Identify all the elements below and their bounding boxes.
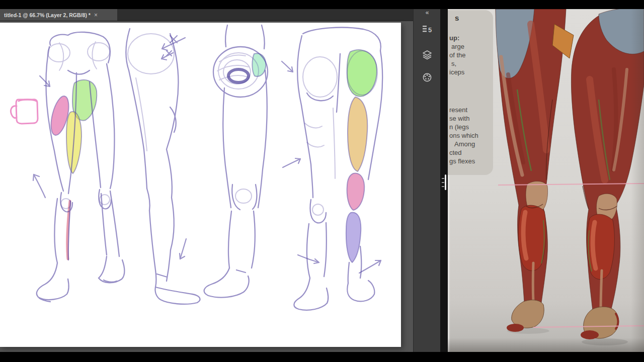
muscle-purple-shin [346,213,361,262]
canvas-area[interactable] [0,23,401,347]
divider-grip[interactable] [442,178,444,190]
brushes-panel-icon[interactable]: 5 [414,22,440,36]
close-tab-icon[interactable]: × [94,12,98,19]
anatomy-sketch-svg [0,23,401,347]
mug-doodle [11,100,38,124]
reference-anatomy-figure [448,9,644,352]
color-panel-icon[interactable] [414,70,440,84]
scrollbar-thumb[interactable] [445,174,446,190]
document-tab-bar: titled-1 @ 66.7% (Layer 2, RGB/8) * × [0,9,414,21]
screen-content: titled-1 @ 66.7% (Layer 2, RGB/8) * × [0,9,644,352]
reference-panel: s up: arge of the s, iceps resent se wit… [448,9,644,352]
muscle-teal-hip [252,53,266,76]
muscle-pink-calf [347,173,365,210]
page-vignette-bottom [448,338,644,352]
layers-panel-icon[interactable] [414,48,440,62]
construction-lines [48,34,377,215]
sketch-ink-lines [37,25,382,310]
document-tab-title: titled-1 @ 66.7% (Layer 2, RGB/8) * [4,12,91,18]
svg-text:5: 5 [428,26,432,34]
letterbox-top [0,0,644,9]
page-vignette-right [631,9,644,352]
letterbox-bottom [0,352,644,362]
panel-strip: « 5 [413,9,440,352]
document-tab[interactable]: titled-1 @ 66.7% (Layer 2, RGB/8) * × [0,9,117,21]
muscle-orange-hamstring [348,97,367,171]
window-divider [440,9,448,352]
annotation-arrows [33,36,381,273]
photoshop-window: titled-1 @ 66.7% (Layer 2, RGB/8) * × [0,9,448,352]
collapse-panels-icon[interactable]: « [414,9,440,18]
